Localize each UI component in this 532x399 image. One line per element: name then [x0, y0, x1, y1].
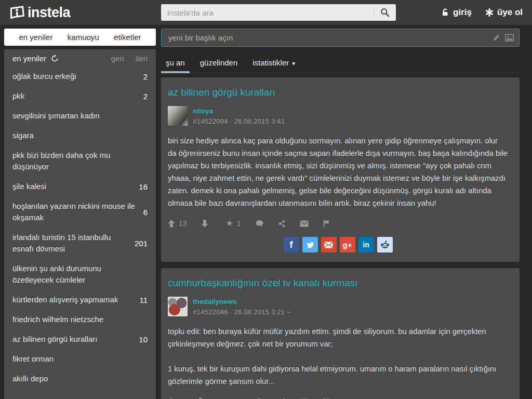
sidebar-topic[interactable]: sigara — [4, 126, 156, 145]
tab-su-an[interactable]: şu an — [161, 52, 190, 73]
topic-count: 11 — [139, 296, 148, 304]
refresh-icon[interactable] — [51, 55, 59, 62]
sidebar: en yeniler geri ileri oğlak burcu erkeği… — [4, 49, 156, 399]
post-author-row: niloya #14522094 · 26.08.2015 3:41 — [168, 106, 508, 126]
sidebar-topic[interactable]: kürtlerden alışveriş yapmamak 11 — [4, 290, 156, 310]
author-name-link[interactable]: thedailynews — [193, 297, 291, 307]
sidebar-topic[interactable]: pkk bizi bizden daha çok mu düşünüyor — [4, 145, 156, 177]
social-share-row: f g+ in — [168, 237, 508, 252]
sidebar-topic[interactable]: fikret orman — [4, 349, 156, 369]
share-button[interactable] — [278, 220, 286, 228]
sidebar-pager: geri ileri — [111, 54, 148, 63]
new-topic-input[interactable] — [167, 33, 493, 42]
sidebar-topic[interactable]: irlandalı turistin 15 istanbullu esnafı … — [4, 228, 156, 259]
post-author-row: thedailynews #14522046 · 26.08.2015 3:21… — [168, 297, 508, 317]
google-plus-icon[interactable]: g+ — [340, 237, 355, 252]
post-actions: 13 1 — [168, 219, 508, 228]
post-body: biri size hediye alınca kaç para olduğun… — [168, 135, 508, 209]
sidebar-topic[interactable]: akıllı depo — [4, 369, 156, 389]
section-tabs: en yeniler kamuoyu etiketler — [4, 29, 156, 46]
email-share-icon[interactable] — [321, 237, 337, 252]
search-input[interactable] — [161, 8, 374, 17]
post-card: cumhurbaşkanlığının özel tv kanalı kurma… — [161, 268, 520, 399]
chevron-down-icon — [289, 58, 295, 67]
author-name-link[interactable]: niloya — [193, 106, 285, 116]
post-title-link[interactable]: az bilinen görgü kuralları — [168, 87, 508, 98]
login-link[interactable]: giriş — [441, 7, 472, 18]
report-button[interactable] — [323, 220, 330, 228]
asterisk-icon — [485, 8, 494, 17]
pencil-icon[interactable] — [493, 34, 500, 42]
downvote-button[interactable] — [201, 220, 212, 228]
speech-bubble-icon — [255, 220, 264, 228]
image-icon[interactable] — [505, 34, 514, 42]
sidebar-topic[interactable]: ülkenin şu anki durumunu özetleyecek cüm… — [4, 259, 156, 290]
post-meta: #14522094 · 26.08.2015 3:41 — [193, 116, 285, 127]
search-icon — [380, 8, 390, 17]
avatar[interactable] — [168, 297, 188, 316]
pager-back[interactable]: geri — [111, 54, 124, 63]
feed-tabs: şu an güzelinden istatistikler — [161, 52, 520, 73]
search-bar — [161, 4, 396, 21]
unlock-icon — [441, 8, 449, 17]
topic-count: 2 — [143, 72, 148, 81]
share-icon — [278, 220, 286, 228]
signup-link[interactable]: üye ol — [485, 7, 523, 18]
reddit-icon[interactable] — [377, 237, 393, 252]
tab-kamuoyu[interactable]: kamuoyu — [68, 33, 99, 42]
sidebar-topic[interactable]: oğlak burcu erkeği 2 — [4, 66, 156, 86]
sidebar-topic[interactable]: şile kalesi 16 — [4, 177, 156, 196]
pager-forward[interactable]: ileri — [136, 54, 148, 63]
upvote-button[interactable]: 13 — [168, 219, 187, 228]
auth-links: giriş üye ol — [441, 7, 523, 18]
post-card: az bilinen görgü kuralları niloya #14522… — [161, 77, 520, 262]
sidebar-title: en yeniler — [12, 54, 46, 63]
signup-label: üye ol — [497, 7, 523, 18]
tab-etiketler[interactable]: etiketler — [114, 33, 141, 42]
tab-guzelinden[interactable]: güzelinden — [195, 52, 243, 73]
new-topic-box — [161, 29, 520, 47]
topic-count: 16 — [139, 182, 148, 191]
sidebar-topic[interactable]: pkk 2 — [4, 86, 156, 106]
topic-count: 201 — [135, 239, 148, 248]
new-topic-tools — [493, 34, 514, 42]
instela-logo[interactable]: instela — [9, 5, 70, 21]
post-body: toplu edit: ben buraya küfür müfür yazdı… — [168, 325, 508, 388]
topic-count: 10 — [139, 335, 148, 344]
login-label: giriş — [453, 7, 472, 18]
avatar[interactable] — [168, 106, 188, 126]
sidebar-topic[interactable]: hoşlanılan yazarın nickini mouse ile okş… — [4, 196, 156, 228]
post-meta: #14522046 · 26.08.2015 3:21 ~ — [193, 307, 291, 317]
tab-istatistikler[interactable]: istatistikler — [248, 52, 300, 73]
logo-text: instela — [28, 5, 70, 21]
sidebar-header: en yeniler geri ileri — [4, 49, 156, 66]
arrow-up-icon — [168, 220, 175, 228]
star-icon — [226, 219, 233, 228]
app-header: instela giriş — [0, 0, 532, 25]
topic-count: 6 — [143, 208, 148, 217]
tab-en-yeniler[interactable]: en yeniler — [19, 33, 52, 42]
speech-bubble-logo-icon — [9, 5, 25, 20]
arrow-down-icon — [201, 220, 208, 228]
post-title-link[interactable]: cumhurbaşkanlığının özel tv kanalı kurma… — [168, 277, 508, 289]
sidebar-topic[interactable]: az bilinen görgü kuralları 10 — [4, 329, 156, 349]
sidebar-topic[interactable]: friedrich wilhelm nietzsche — [4, 310, 156, 329]
flag-icon — [323, 220, 330, 228]
favorite-button[interactable]: 1 — [226, 219, 241, 228]
main-column: şu an güzelinden istatistikler az biline… — [161, 52, 520, 399]
facebook-icon[interactable]: f — [284, 237, 299, 252]
sidebar-topic[interactable]: sevgilisini şımartan kadın — [4, 106, 156, 126]
envelope-icon — [300, 220, 309, 227]
topic-count: 2 — [143, 92, 148, 101]
message-button[interactable] — [300, 220, 309, 227]
comment-button[interactable] — [255, 220, 264, 228]
search-button[interactable] — [374, 4, 396, 21]
linkedin-icon[interactable]: in — [358, 237, 374, 252]
favorite-count: 1 — [237, 219, 241, 228]
twitter-icon[interactable] — [302, 237, 318, 252]
upvote-count: 13 — [179, 219, 187, 228]
